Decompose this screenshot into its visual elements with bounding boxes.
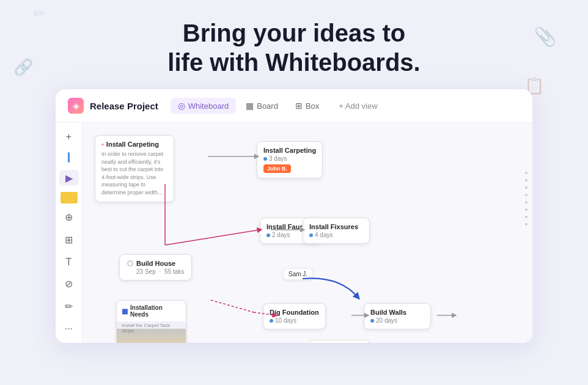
add-view-button[interactable]: + Add view: [331, 98, 384, 114]
header: Bring your ideas to life with Whiteboard…: [0, 0, 588, 89]
whiteboard-tab-icon: ◎: [178, 101, 185, 111]
canvas-area: + ▶ ⊕ ⊞ T ⊘ ✏ ···: [56, 123, 532, 343]
tool-text[interactable]: T: [59, 254, 79, 270]
tool-more[interactable]: ···: [59, 321, 79, 337]
tool-globe[interactable]: ⊕: [59, 210, 79, 226]
tool-clip[interactable]: ⊘: [59, 276, 79, 292]
preview-wrapper: ◈ Release Project ◎ Whiteboard ▦ Board ⊞…: [0, 89, 588, 343]
tab-board[interactable]: ▦ Board: [238, 98, 285, 114]
build-roof-node: Build Roof 10 days Andrew K.: [309, 340, 370, 343]
tab-bar: ◈ Release Project ◎ Whiteboard ▦ Board ⊞…: [56, 89, 532, 123]
installation-needs-card: ▦ Installation Needs Install the Carpet …: [116, 300, 186, 343]
headline: Bring your ideas to life with Whiteboard…: [0, 18, 588, 77]
dig-foundation-node: Dig Foundation 10 days: [263, 303, 326, 329]
install-fixtures-node: Install Fixsures 4 days: [303, 218, 370, 244]
build-house-node: Build House 23 Sep · 55 taks: [119, 254, 192, 280]
tool-pencil[interactable]: ✏: [59, 298, 79, 314]
tool-plus[interactable]: +: [59, 129, 79, 145]
circle-indicator: [127, 260, 133, 266]
box-tab-icon: ⊞: [295, 101, 303, 111]
tab-whiteboard[interactable]: ◎ Whiteboard: [171, 98, 236, 114]
tool-cursor[interactable]: ▶: [59, 170, 79, 186]
build-walls-node: Build Walls 20 days: [364, 303, 431, 329]
preview-card: ◈ Release Project ◎ Whiteboard ▦ Board ⊞…: [56, 89, 532, 343]
john-b-badge: John B.: [263, 164, 291, 173]
tab-box[interactable]: ⊞ Box: [288, 98, 326, 114]
sam-j-annotation: Sam J.: [283, 268, 313, 280]
tool-sticky[interactable]: [61, 192, 78, 203]
right-dots-decoration: [525, 172, 527, 226]
svg-line-2: [211, 300, 254, 312]
install-carpeting-large-node: • Install Carpeting In order to remove c…: [95, 135, 174, 202]
svg-line-7: [165, 230, 260, 245]
install-carpeting-small-node: Install Carpeting 3 days John B.: [257, 141, 323, 178]
tool-grid[interactable]: ⊞: [59, 232, 79, 248]
canvas[interactable]: • Install Carpeting In order to remove c…: [83, 123, 532, 343]
board-tab-icon: ▦: [246, 101, 254, 111]
project-icon: ◈: [68, 98, 84, 114]
project-name: Release Project: [90, 101, 158, 111]
sidebar-tools: + ▶ ⊕ ⊞ T ⊘ ✏ ···: [56, 123, 83, 343]
tool-accent: [68, 152, 70, 163]
